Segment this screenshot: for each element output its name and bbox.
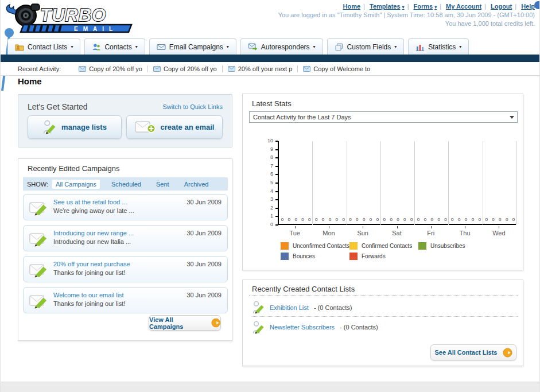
get-started-title: Let's Get Started: [28, 102, 88, 111]
stats-period-select[interactable]: Contact Activity for the Last 7 Days: [249, 111, 518, 123]
arrow-right-icon: [503, 348, 512, 358]
bar-value-label: 0: [389, 217, 394, 222]
tab-custom-fields[interactable]: Custom Fields▾: [327, 38, 405, 55]
y-axis-tick: [275, 191, 278, 192]
y-axis-tick-label: 4: [249, 188, 273, 194]
x-axis-tick: [329, 226, 329, 228]
y-axis-tick-label: 1: [249, 213, 273, 219]
filter-all-campaigns[interactable]: All Campaigns: [52, 180, 100, 189]
filter-archived[interactable]: Archived: [181, 180, 212, 189]
dropdown-arrow-icon: ▾: [434, 5, 437, 10]
contact-list-row[interactable]: Exhibition List - (0 Contacts): [252, 298, 518, 317]
contact-list-row[interactable]: Newsletter Subscribers - (0 Contacts): [252, 318, 518, 336]
legend-label: Unsubscribes: [430, 243, 465, 249]
contact-list-detail: - (0 Contacts): [340, 324, 378, 331]
bar-value-label: 0: [464, 217, 468, 222]
campaign-title-link[interactable]: See us at the retail food ...: [53, 199, 127, 205]
x-axis-label: Mon: [312, 230, 345, 236]
login-info: You are logged in as "Timothy Smith" | S…: [278, 11, 535, 18]
tab-email-campaigns[interactable]: Email Campaigns▾: [149, 38, 236, 55]
legend-label: Unconfirmed Contacts: [293, 243, 349, 249]
campaign-date: 30 Jun 2009: [187, 199, 222, 205]
see-all-contact-lists-button[interactable]: See All Contact Lists: [430, 344, 516, 360]
x-axis-tick: [431, 226, 432, 228]
bar-value-label: 0: [457, 217, 461, 222]
x-axis-label: Tue: [278, 230, 312, 236]
y-axis-tick: [275, 174, 278, 175]
page-title: Home: [18, 76, 42, 86]
bar-value-label: 0: [314, 217, 318, 222]
bar-value-label: 0: [484, 217, 489, 222]
legend-item: Forwards: [349, 253, 418, 260]
top-link-my-account[interactable]: My Account: [446, 3, 481, 10]
tab-contacts[interactable]: Contacts▾: [84, 38, 145, 55]
recently-created-contact-lists-panel: Recently Created Contact Lists Exhibitio…: [242, 280, 523, 366]
bar-value-label: 0: [511, 217, 516, 222]
filter-scheduled[interactable]: Scheduled: [108, 180, 145, 189]
switch-to-quick-links[interactable]: Switch to Quick Links: [162, 103, 223, 110]
legend-label: Confirmed Contacts: [362, 243, 412, 249]
campaign-row[interactable]: Introducing our new range ... Introducin…: [23, 225, 228, 251]
campaign-title-link[interactable]: Introducing our new range ...: [53, 230, 134, 236]
separator: |: [407, 3, 409, 10]
top-link-home[interactable]: Home: [343, 3, 361, 10]
chevron-down-icon: ▾: [135, 44, 138, 49]
bar-value-label: 0: [307, 217, 312, 222]
tab-label: Custom Fields: [347, 43, 391, 51]
credits-info: You have 1,000 total credits left.: [278, 20, 535, 27]
top-link-help[interactable]: Help: [521, 3, 535, 10]
tab-label: Statistics: [428, 43, 456, 51]
separator: |: [515, 3, 516, 10]
envelope-pencil-icon: [29, 292, 48, 309]
bar-value-label: 0: [409, 217, 414, 222]
recent-activity-item[interactable]: Copy of 20% off yo: [148, 65, 223, 72]
campaign-row[interactable]: 20% off your next purchase Thanks for jo…: [23, 256, 228, 282]
chevron-down-icon: ▾: [394, 44, 397, 49]
bar-value-label: 0: [287, 217, 292, 222]
bar-value-label: 0: [362, 217, 366, 222]
top-link-templates[interactable]: Templates▾: [370, 3, 405, 10]
bar-value-label: 0: [382, 217, 387, 222]
chevron-down-icon: ▾: [313, 44, 316, 49]
select-arrow-icon: [510, 116, 514, 119]
envelope-icon: [153, 66, 161, 72]
recent-activity-item[interactable]: 20% off your next p: [223, 65, 298, 72]
campaign-title-link[interactable]: Welcome to our email list: [53, 292, 124, 298]
tab-statistics[interactable]: Statistics▾: [408, 38, 469, 55]
legend-swatch: [349, 253, 358, 260]
tab-label: Autoresponders: [261, 43, 310, 51]
campaign-title-link[interactable]: 20% off your next purchase: [53, 261, 130, 267]
gridline: [483, 141, 483, 225]
tab-autoresponders[interactable]: Autoresponders▾: [240, 38, 323, 55]
envelope-icon: [228, 66, 235, 72]
campaign-row[interactable]: Welcome to our email list Thanks for joi…: [23, 287, 228, 313]
activity-item-label: Copy of Welcome to: [313, 65, 370, 72]
latest-stats-panel: Latest Stats Contact Activity for the La…: [242, 94, 523, 270]
create-an-email-button[interactable]: create an email: [126, 115, 223, 139]
chart-y-axis: 012345678910: [249, 141, 273, 225]
y-axis-tick: [275, 183, 278, 184]
stats-period-value: Contact Activity for the Last 7 Days: [253, 114, 351, 121]
recent-activity-item[interactable]: Copy of Welcome to: [298, 65, 375, 72]
bar-value-label: 0: [375, 217, 380, 222]
tab-label: Contacts: [104, 43, 131, 51]
activity-item-label: 20% off your next p: [238, 65, 293, 72]
view-all-campaigns-button[interactable]: View All Campaigns: [149, 315, 221, 331]
envelope-icon: [157, 44, 166, 51]
recent-activity-item[interactable]: Copy of 20% off yo: [73, 65, 148, 72]
stats-panel-title: Latest Stats: [252, 99, 292, 108]
bar-value-label: 0: [341, 217, 346, 222]
svg-text:TURBO: TURBO: [40, 5, 106, 25]
contact-lists-folder-icon: [15, 43, 24, 51]
manage-lists-button[interactable]: manage lists: [28, 115, 122, 139]
top-link-forms[interactable]: Forms▾: [414, 3, 437, 10]
bar-value-label: 0: [416, 217, 421, 222]
filter-sent[interactable]: Sent: [153, 180, 173, 189]
campaign-row[interactable]: See us at the retail food ... We're givi…: [23, 194, 228, 220]
top-link-logout[interactable]: Logout: [491, 3, 512, 10]
bar-value-label: 0: [437, 217, 441, 222]
contact-list-name-link[interactable]: Newsletter Subscribers: [270, 324, 335, 331]
tab-contact-lists[interactable]: Contact Lists▾: [7, 38, 80, 55]
contact-list-name-link[interactable]: Exhibition List: [270, 304, 309, 311]
bar-value-label: 0: [348, 217, 353, 222]
